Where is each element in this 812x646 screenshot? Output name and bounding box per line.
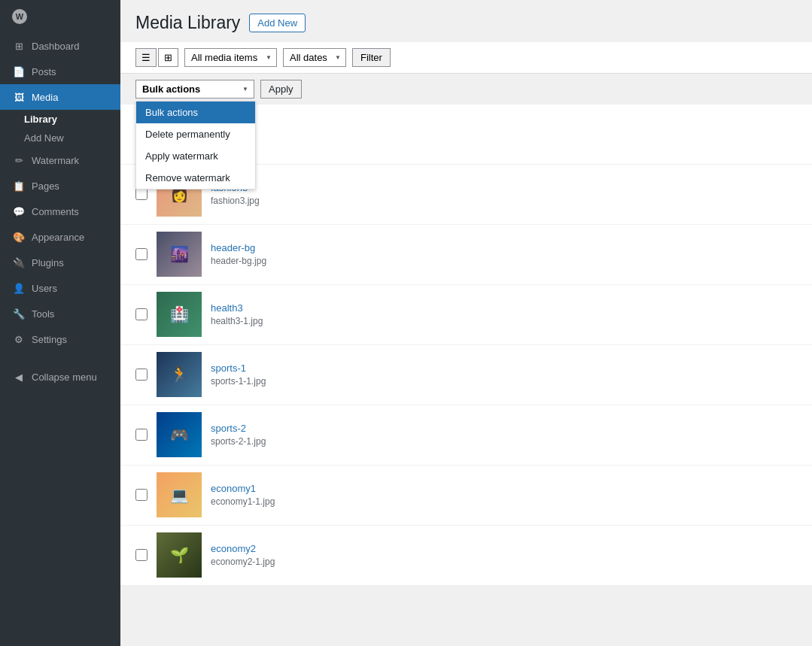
sidebar-item-comments[interactable]: 💬 Comments — [0, 199, 120, 224]
media-item-name[interactable]: economy1 — [211, 483, 275, 494]
dropdown-item-delete-permanently[interactable]: Delete permanently — [136, 123, 255, 145]
media-row: 🌆 header-bg header-bg.jpg — [120, 225, 812, 285]
sidebar-item-label: Dashboard — [32, 41, 80, 52]
dropdown-item-bulk-actions[interactable]: Bulk actions — [136, 102, 255, 123]
media-item-name[interactable]: sports-1 — [211, 362, 266, 374]
media-item-filename: sports-2-1.jpg — [211, 436, 266, 447]
tools-icon: 🔧 — [12, 307, 26, 320]
media-thumbnail: 🎮 — [157, 412, 202, 457]
thumb-icon: 🏃 — [157, 352, 202, 397]
sidebar-item-label: Tools — [32, 308, 54, 320]
dropdown-item-apply-watermark[interactable]: Apply watermark — [136, 145, 255, 167]
thumb-icon: 🏥 — [157, 292, 202, 337]
collapse-label: Collapse menu — [32, 372, 97, 383]
media-checkbox[interactable] — [135, 489, 147, 501]
grid-view-button[interactable]: ⊞ — [158, 48, 178, 67]
media-row: 🎮 sports-2 sports-2-1.jpg — [120, 405, 812, 466]
media-type-filter[interactable]: All media items Images Audio Video Docum… — [184, 48, 277, 67]
watermark-icon: ✏ — [12, 153, 26, 167]
media-info: economy2 economy2-1.jpg — [211, 543, 275, 567]
media-item-filename: health3-1.jpg — [211, 316, 263, 326]
sidebar-item-media[interactable]: 🖼 Media — [0, 84, 120, 110]
sidebar-item-settings[interactable]: ⚙ Settings — [0, 326, 120, 352]
sidebar-item-posts[interactable]: 📄 Posts — [0, 59, 120, 84]
media-row: 🌱 economy2 economy2-1.jpg — [120, 526, 812, 586]
sidebar-logo: W — [0, 0, 120, 33]
media-item-name[interactable]: header-bg — [211, 242, 266, 253]
media-item-name[interactable]: health3 — [211, 302, 263, 314]
sidebar-item-watermark[interactable]: ✏ Watermark — [0, 147, 120, 173]
bulk-actions-select[interactable]: Bulk actions Delete permanently Apply wa… — [135, 80, 254, 99]
media-item-filename: header-bg.jpg — [211, 256, 266, 266]
media-info: sports-1 sports-1-1.jpg — [211, 362, 266, 387]
bulk-actions-bar: Bulk actions Delete permanently Apply wa… — [120, 74, 812, 105]
media-info: health3 health3-1.jpg — [211, 302, 263, 326]
grid-view-icon: ⊞ — [164, 52, 172, 63]
media-item-filename: fashion3.jpg — [211, 196, 260, 206]
comments-icon: 💬 — [12, 205, 26, 218]
collapse-icon: ◀ — [12, 370, 26, 384]
media-checkbox[interactable] — [135, 549, 147, 561]
sidebar-collapse[interactable]: ◀ Collapse menu — [0, 364, 120, 390]
sidebar-item-label: Posts — [32, 66, 56, 77]
sidebar-item-tools[interactable]: 🔧 Tools — [0, 301, 120, 326]
pages-icon: 📋 — [12, 179, 26, 193]
media-filter-wrapper: All media items Images Audio Video Docum… — [184, 48, 277, 67]
wordpress-icon: W — [12, 9, 27, 24]
view-toggle: ☰ ⊞ — [135, 48, 178, 67]
sidebar-item-users[interactable]: 👤 Users — [0, 275, 120, 301]
sidebar-subitem-add-new[interactable]: Add New — [24, 129, 120, 147]
sidebar-item-label: Pages — [32, 180, 59, 192]
main-content: Media Library Add New ☰ ⊞ All media item… — [120, 0, 812, 646]
thumb-icon: 🌱 — [157, 532, 202, 578]
sidebar-item-label: Plugins — [32, 257, 64, 268]
media-info: economy1 economy1-1.jpg — [211, 483, 275, 507]
apply-button[interactable]: Apply — [260, 80, 302, 99]
media-item-filename: economy1-1.jpg — [211, 496, 275, 507]
sidebar-item-label: Settings — [32, 334, 67, 345]
media-thumbnail: 🏃 — [157, 352, 202, 397]
sidebar-item-appearance[interactable]: 🎨 Appearance — [0, 224, 120, 250]
posts-icon: 📄 — [12, 65, 26, 78]
media-checkbox[interactable] — [135, 308, 147, 320]
thumb-icon: 🌆 — [157, 232, 202, 277]
sidebar-item-plugins[interactable]: 🔌 Plugins — [0, 250, 120, 275]
sidebar-subitem-library[interactable]: Library — [24, 110, 120, 129]
media-thumbnail: 🏥 — [157, 292, 202, 337]
sidebar-item-label: Comments — [32, 206, 79, 217]
media-row: 💻 economy1 economy1-1.jpg — [120, 466, 812, 526]
dates-filter[interactable]: All dates — [283, 48, 346, 67]
media-thumbnail: 🌱 — [157, 532, 202, 578]
sidebar-item-label: Appearance — [32, 232, 84, 243]
media-icon: 🖼 — [12, 90, 26, 104]
add-new-button[interactable]: Add New — [249, 14, 306, 32]
media-info: header-bg header-bg.jpg — [211, 242, 266, 266]
list-view-icon: ☰ — [141, 52, 151, 63]
bulk-select-wrapper: Bulk actions Delete permanently Apply wa… — [135, 80, 254, 99]
dashboard-icon: ⊞ — [12, 39, 26, 53]
media-item-name[interactable]: economy2 — [211, 543, 275, 554]
page-header: Media Library Add New — [120, 0, 812, 42]
plugins-icon: 🔌 — [12, 256, 26, 269]
bulk-actions-dropdown: Bulk actions Delete permanently Apply wa… — [135, 101, 256, 190]
toolbar: ☰ ⊞ All media items Images Audio Video D… — [120, 42, 812, 74]
media-checkbox[interactable] — [135, 188, 147, 200]
sidebar-item-label: Watermark — [32, 155, 79, 166]
media-item-filename: sports-1-1.jpg — [211, 376, 266, 387]
page-title: Media Library — [135, 12, 240, 35]
dropdown-item-remove-watermark[interactable]: Remove watermark — [136, 167, 255, 189]
media-checkbox[interactable] — [135, 248, 147, 260]
appearance-icon: 🎨 — [12, 230, 26, 244]
media-submenu: Library Add New — [0, 110, 120, 147]
media-checkbox[interactable] — [135, 368, 147, 381]
media-item-filename: economy2-1.jpg — [211, 557, 275, 567]
media-item-name[interactable]: sports-2 — [211, 423, 266, 434]
sidebar-item-dashboard[interactable]: ⊞ Dashboard — [0, 33, 120, 59]
sidebar-item-pages[interactable]: 📋 Pages — [0, 173, 120, 199]
sidebar: W ⊞ Dashboard 📄 Posts 🖼 Media Library Ad… — [0, 0, 120, 646]
media-checkbox[interactable] — [135, 429, 147, 441]
list-view-button[interactable]: ☰ — [135, 48, 157, 67]
filter-button[interactable]: Filter — [352, 48, 391, 67]
thumb-icon: 💻 — [157, 472, 202, 517]
dates-filter-wrapper: All dates — [283, 48, 346, 67]
